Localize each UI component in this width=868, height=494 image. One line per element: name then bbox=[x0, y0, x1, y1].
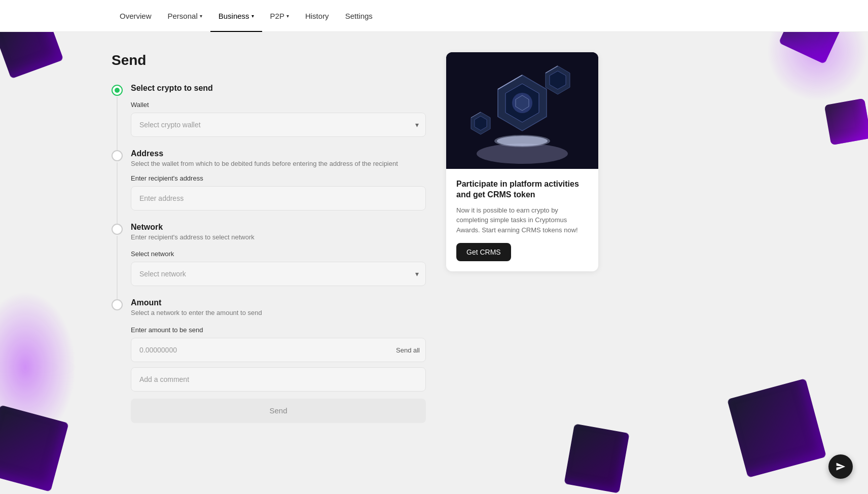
comment-input[interactable] bbox=[131, 367, 426, 392]
decorative-cube-bottomright bbox=[727, 378, 826, 478]
step-amount: Amount Select a network to enter the amo… bbox=[112, 298, 426, 422]
step-indicator-3 bbox=[112, 224, 123, 235]
step-connector-3 bbox=[117, 236, 118, 304]
amount-wrapper: Send all bbox=[131, 338, 426, 362]
nav-p2p[interactable]: P2P ▾ bbox=[262, 0, 297, 32]
step4-content: Amount Select a network to enter the amo… bbox=[131, 298, 426, 422]
promo-title: Participate in platform activities and g… bbox=[456, 179, 588, 200]
network-label: Select network bbox=[131, 250, 426, 258]
personal-chevron-icon: ▾ bbox=[200, 13, 202, 19]
fab-button[interactable] bbox=[828, 454, 853, 479]
promo-image bbox=[446, 52, 598, 169]
step-network: Network Enter recipient's address to sel… bbox=[112, 223, 426, 286]
step2-title: Address bbox=[131, 149, 426, 158]
step3-content: Network Enter recipient's address to sel… bbox=[131, 223, 426, 286]
page-container: Send Select crypto to send Wallet Select… bbox=[0, 32, 710, 455]
promo-card: Participate in platform activities and g… bbox=[446, 52, 598, 271]
amount-input[interactable] bbox=[131, 338, 426, 362]
step1-content: Select crypto to send Wallet Select cryp… bbox=[131, 84, 426, 137]
step-indicator-2 bbox=[112, 150, 123, 161]
step-select-crypto: Select crypto to send Wallet Select cryp… bbox=[112, 84, 426, 137]
step-indicator-4 bbox=[112, 299, 123, 310]
amount-label: Enter amount to be send bbox=[131, 326, 426, 334]
main-content: Send Select crypto to send Wallet Select… bbox=[112, 52, 426, 435]
wallet-label: Wallet bbox=[131, 101, 426, 109]
step2-subtitle: Select the wallet from which to be debit… bbox=[131, 159, 426, 168]
step2-content: Address Select the wallet from which to … bbox=[131, 149, 426, 210]
nav-business[interactable]: Business ▾ bbox=[210, 0, 262, 32]
get-crms-button[interactable]: Get CRMS bbox=[456, 243, 511, 261]
decorative-cube-rightmid bbox=[824, 98, 868, 146]
step4-section: Enter amount to be send Send all Send bbox=[131, 326, 426, 423]
promo-illustration bbox=[446, 52, 598, 169]
page-title: Send bbox=[112, 52, 426, 68]
nav-history[interactable]: History bbox=[297, 0, 337, 32]
p2p-chevron-icon: ▾ bbox=[286, 13, 289, 19]
step-connector-1 bbox=[117, 97, 118, 155]
step4-subtitle: Select a network to enter the amount to … bbox=[131, 308, 426, 317]
nav-settings[interactable]: Settings bbox=[337, 0, 381, 32]
send-button[interactable]: Send bbox=[131, 399, 426, 423]
address-input[interactable] bbox=[131, 186, 426, 210]
nav-personal[interactable]: Personal ▾ bbox=[160, 0, 210, 32]
nav-overview[interactable]: Overview bbox=[112, 0, 160, 32]
send-all-button[interactable]: Send all bbox=[396, 346, 420, 354]
step-connector-2 bbox=[117, 162, 118, 229]
step-address: Address Select the wallet from which to … bbox=[112, 149, 426, 210]
step3-section: Select network Select network ▾ bbox=[131, 250, 426, 286]
step1-section: Wallet Select crypto wallet ▾ bbox=[131, 101, 426, 137]
wallet-select[interactable]: Select crypto wallet bbox=[131, 113, 426, 137]
send-fab-icon bbox=[836, 462, 846, 472]
step-indicator-1 bbox=[112, 85, 123, 96]
svg-point-9 bbox=[497, 136, 548, 146]
network-select-wrapper: Select network ▾ bbox=[131, 262, 426, 286]
sidebar: Participate in platform activities and g… bbox=[446, 52, 598, 435]
business-chevron-icon: ▾ bbox=[251, 13, 254, 19]
navbar: Overview Personal ▾ Business ▾ P2P ▾ His… bbox=[0, 0, 868, 32]
wallet-select-wrapper: Select crypto wallet ▾ bbox=[131, 113, 426, 137]
promo-body: Participate in platform activities and g… bbox=[446, 169, 598, 271]
promo-description: Now it is possible to earn crypto by com… bbox=[456, 205, 588, 235]
step4-title: Amount bbox=[131, 298, 426, 307]
step1-title: Select crypto to send bbox=[131, 84, 426, 93]
network-select[interactable]: Select network bbox=[131, 262, 426, 286]
step3-subtitle: Enter recipient's address to select netw… bbox=[131, 233, 426, 242]
step3-title: Network bbox=[131, 223, 426, 232]
address-label: Enter recipient's address bbox=[131, 174, 426, 182]
